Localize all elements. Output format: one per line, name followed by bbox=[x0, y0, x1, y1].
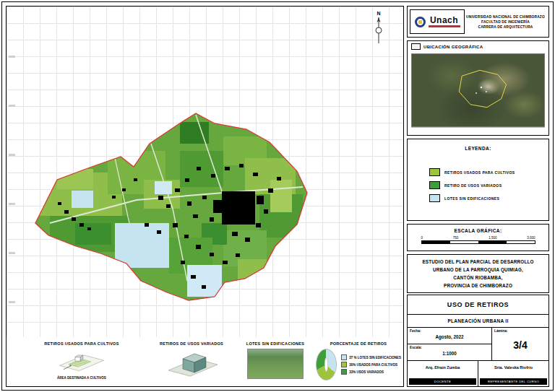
project-title-line: URBANO DE LA PARROQUIA QUIMIAG, bbox=[408, 266, 548, 274]
parish-outline-icon bbox=[412, 54, 544, 126]
legend-swatch bbox=[429, 194, 440, 202]
scale-tick: 3,000 bbox=[527, 236, 535, 240]
docente-name: Arq. Efraín Zumba bbox=[408, 365, 478, 370]
legend-label: RETIRO DE USOS VARIADOS bbox=[444, 183, 502, 188]
escala-grafica-box: ESCALA GRÁFICA: 0 750 1,500 3,000 bbox=[407, 224, 549, 251]
legend-label: 30% USADOS PARA CULTIVOS bbox=[349, 363, 397, 367]
ubicacion-box: UBICACIÓN GEOGRÁFICA bbox=[407, 40, 549, 136]
legend-group-lotes: LOTES SIN EDIFICACIONES bbox=[239, 341, 311, 379]
scale-labels: 0 750 1,500 3,000 bbox=[421, 236, 535, 240]
map-frame: N RETIROS USADOS PARA CULTIVOS bbox=[6, 6, 404, 387]
legend-item: RETIROS USADOS PARA CULTIVOS bbox=[429, 168, 548, 176]
scale-tick: 750 bbox=[453, 236, 459, 240]
project-title-line: CANTÓN RIOBAMBA, bbox=[408, 274, 548, 282]
field-photo bbox=[247, 349, 304, 379]
land-use-map bbox=[7, 6, 403, 337]
representante-name: Srta. Valeska Riofrío bbox=[478, 365, 548, 370]
lamina-value: 3/4 bbox=[492, 339, 548, 351]
location-key-icon bbox=[411, 43, 421, 50]
legend-label: 37 % LOTES SIN EDIFICACIONES bbox=[349, 356, 401, 360]
ubicacion-title: UBICACIÓN GEOGRÁFICA bbox=[423, 45, 483, 49]
scale-bar bbox=[421, 240, 535, 244]
title-header-box: Unach UNIVERSIDAD NACIONAL DE CHIMBORAZO… bbox=[407, 6, 549, 38]
leyenda-box: LEYENDA: RETIROS USADOS PARA CULTIVOS RE… bbox=[407, 139, 549, 221]
meta-box: Fecha: Agosto, 2022 Escala: 1:1000 Lámin… bbox=[407, 327, 549, 361]
scale-tick: 1,500 bbox=[489, 236, 496, 240]
escala-grafica-title: ESCALA GRÁFICA: bbox=[408, 228, 548, 233]
escala-value: 1:1000 bbox=[408, 351, 491, 356]
satellite-caption bbox=[411, 127, 545, 134]
legend-group-title: RETIROS DE USOS VARIADOS bbox=[145, 341, 238, 346]
course-title: PLANEACIÓN URBANA II bbox=[447, 318, 508, 323]
escala-label: Escala: bbox=[410, 346, 422, 349]
legend-group-title: LOTES SIN EDIFICACIONES bbox=[239, 341, 311, 346]
building-sketch-icon bbox=[163, 349, 220, 378]
legend-swatch bbox=[341, 362, 347, 367]
docente-role: DOCENTE bbox=[409, 378, 476, 385]
donut-legend-item: 30% USADOS PARA CULTIVOS bbox=[341, 362, 401, 367]
north-label: N bbox=[368, 11, 390, 16]
escala-cell: Escala: 1:1000 bbox=[408, 344, 491, 360]
legend-swatch bbox=[429, 181, 440, 189]
course-box: PLANEACIÓN URBANA II bbox=[407, 314, 549, 328]
legend-group-porcentaje: PORCENTAJE DE RETIROS 37 % LOTES SIN EDI… bbox=[316, 341, 401, 380]
parcel-sketch-icon bbox=[53, 349, 111, 375]
faculty-name: FACULTAD DE INGENIERÍA bbox=[481, 20, 530, 24]
parcels-layer bbox=[28, 108, 317, 310]
sheet-title-box: USO DE RETIROS bbox=[407, 295, 549, 315]
credits-box: Arq. Efraín Zumba DOCENTE Srta. Valeska … bbox=[407, 360, 549, 387]
legend-label: RETIROS USADOS PARA CULTIVOS bbox=[444, 170, 515, 175]
leyenda-title: LEYENDA: bbox=[408, 146, 548, 151]
lamina-label: Lámina: bbox=[494, 329, 507, 333]
satellite-image bbox=[411, 53, 545, 127]
donut-legend-item: 37 % LOTES SIN EDIFICACIONES bbox=[341, 354, 401, 360]
project-title-box: ESTUDIO DEL PLAN PARCIAL DE DESARROLLO U… bbox=[407, 254, 549, 293]
donut-legend-item: 33% USOS VARIADOS bbox=[341, 369, 401, 375]
legend-label: LOTES SIN EDIFICACIONES bbox=[444, 196, 499, 201]
project-title-line: PROVINCIA DE CHIMBORAZO bbox=[408, 282, 548, 289]
bottom-legend-strip: RETIROS USADOS PARA CULTIVOS ÁREA DESTIN… bbox=[7, 337, 403, 386]
legend-swatch bbox=[341, 369, 347, 375]
representante-col: Srta. Valeska Riofrío REPRESENTANTE DEL … bbox=[478, 361, 548, 386]
scale-tick: 0 bbox=[421, 236, 423, 240]
logo-tagline bbox=[429, 25, 460, 27]
docente-col: Arq. Efraín Zumba DOCENTE bbox=[408, 361, 478, 386]
retiros-donut-chart bbox=[316, 349, 337, 380]
lamina-sheet: N RETIROS USADOS PARA CULTIVOS bbox=[0, 0, 555, 392]
legend-group-caption: ÁREA DESTINADA A CULTIVOS bbox=[27, 376, 137, 380]
lamina-cell: Lámina: 3/4 bbox=[492, 328, 548, 360]
legend-swatch bbox=[341, 354, 347, 360]
fecha-label: Fecha: bbox=[410, 329, 421, 333]
representante-role: REPRESENTANTE DEL CURSO bbox=[480, 378, 547, 385]
career-name: CARRERA DE ARQUITECTURA bbox=[478, 25, 533, 29]
logo-text: Unach bbox=[430, 16, 458, 25]
legend-label: 33% USOS VARIADOS bbox=[349, 370, 384, 374]
fecha-cell: Fecha: Agosto, 2022 bbox=[408, 328, 491, 344]
sheet-title: USO DE RETIROS bbox=[447, 301, 509, 308]
unach-emblem-icon bbox=[415, 17, 426, 27]
north-needle-icon bbox=[368, 16, 390, 45]
legend-item: RETIRO DE USOS VARIADOS bbox=[429, 181, 548, 189]
legend-group-title: RETIROS USADOS PARA CULTIVOS bbox=[27, 341, 137, 346]
north-arrow: N bbox=[368, 11, 390, 48]
legend-swatch bbox=[429, 168, 440, 176]
unach-logo: Unach bbox=[410, 9, 465, 34]
university-name: UNIVERSIDAD NACIONAL DE CHIMBORAZO bbox=[466, 15, 545, 19]
legend-item: LOTES SIN EDIFICACIONES bbox=[429, 194, 548, 202]
legend-group-title: PORCENTAJE DE RETIROS bbox=[316, 341, 401, 346]
legend-group-variados: RETIROS DE USOS VARIADOS bbox=[145, 341, 238, 378]
fecha-value: Agosto, 2022 bbox=[408, 334, 491, 339]
legend-group-cultivos: RETIROS USADOS PARA CULTIVOS ÁREA DESTIN… bbox=[27, 341, 137, 380]
project-title-line: ESTUDIO DEL PLAN PARCIAL DE DESARROLLO bbox=[408, 258, 548, 266]
donut-legend: 37 % LOTES SIN EDIFICACIONES 30% USADOS … bbox=[341, 353, 401, 376]
